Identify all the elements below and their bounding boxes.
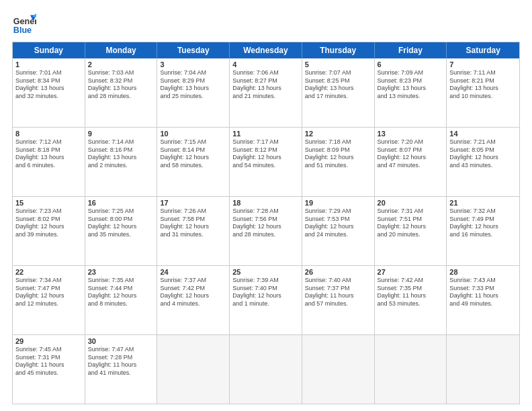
- day-19: 19Sunrise: 7:29 AM Sunset: 7:53 PM Dayli…: [302, 197, 375, 265]
- day-info: Sunrise: 7:25 AM Sunset: 8:00 PM Dayligh…: [88, 208, 154, 239]
- day-number: 4: [232, 60, 299, 68]
- day-23: 23Sunrise: 7:35 AM Sunset: 7:44 PM Dayli…: [85, 266, 158, 334]
- day-info: Sunrise: 7:37 AM Sunset: 7:42 PM Dayligh…: [160, 277, 226, 308]
- day-info: Sunrise: 7:01 AM Sunset: 8:34 PM Dayligh…: [15, 69, 82, 101]
- calendar-row-2: 8Sunrise: 7:12 AM Sunset: 8:18 PM Daylig…: [13, 127, 519, 196]
- day-3: 3Sunrise: 7:04 AM Sunset: 8:29 PM Daylig…: [157, 58, 230, 127]
- day-info: Sunrise: 7:40 AM Sunset: 7:37 PM Dayligh…: [305, 277, 371, 308]
- day-info: Sunrise: 7:12 AM Sunset: 8:18 PM Dayligh…: [15, 138, 82, 170]
- day-number: 16: [88, 199, 154, 207]
- day-info: Sunrise: 7:17 AM Sunset: 8:12 PM Dayligh…: [232, 138, 299, 170]
- day-5: 5Sunrise: 7:07 AM Sunset: 8:25 PM Daylig…: [302, 58, 375, 127]
- day-info: Sunrise: 7:09 AM Sunset: 8:23 PM Dayligh…: [378, 69, 444, 101]
- day-2: 2Sunrise: 7:03 AM Sunset: 8:32 PM Daylig…: [85, 58, 158, 127]
- header: General Blue: [12, 12, 520, 36]
- day-info: Sunrise: 7:43 AM Sunset: 7:33 PM Dayligh…: [449, 277, 517, 308]
- day-6: 6Sunrise: 7:09 AM Sunset: 8:23 PM Daylig…: [375, 58, 447, 127]
- day-8: 8Sunrise: 7:12 AM Sunset: 8:18 PM Daylig…: [13, 128, 85, 196]
- calendar-row-1: 1Sunrise: 7:01 AM Sunset: 8:34 PM Daylig…: [13, 58, 519, 127]
- header-day-wednesday: Wednesday: [230, 42, 302, 58]
- day-number: 1: [15, 60, 82, 68]
- calendar-row-3: 15Sunrise: 7:23 AM Sunset: 8:02 PM Dayli…: [13, 196, 519, 265]
- day-13: 13Sunrise: 7:20 AM Sunset: 8:07 PM Dayli…: [375, 128, 447, 196]
- day-29: 29Sunrise: 7:45 AM Sunset: 7:31 PM Dayli…: [13, 335, 85, 404]
- day-number: 25: [232, 268, 299, 276]
- day-info: Sunrise: 7:11 AM Sunset: 8:21 PM Dayligh…: [449, 69, 517, 101]
- day-info: Sunrise: 7:42 AM Sunset: 7:35 PM Dayligh…: [378, 277, 444, 308]
- day-24: 24Sunrise: 7:37 AM Sunset: 7:42 PM Dayli…: [157, 266, 230, 334]
- calendar-row-4: 22Sunrise: 7:34 AM Sunset: 7:47 PM Dayli…: [13, 265, 519, 334]
- header-day-sunday: Sunday: [13, 42, 85, 58]
- day-21: 21Sunrise: 7:32 AM Sunset: 7:49 PM Dayli…: [447, 197, 519, 265]
- day-26: 26Sunrise: 7:40 AM Sunset: 7:37 PM Dayli…: [302, 266, 375, 334]
- day-20: 20Sunrise: 7:31 AM Sunset: 7:51 PM Dayli…: [375, 197, 447, 265]
- day-info: Sunrise: 7:32 AM Sunset: 7:49 PM Dayligh…: [449, 208, 517, 239]
- day-number: 24: [160, 268, 226, 276]
- day-number: 2: [88, 60, 154, 68]
- header-day-tuesday: Tuesday: [157, 42, 230, 58]
- header-day-friday: Friday: [375, 42, 447, 58]
- day-number: 7: [449, 60, 517, 68]
- day-number: 6: [378, 60, 444, 68]
- day-number: 27: [378, 268, 444, 276]
- day-17: 17Sunrise: 7:26 AM Sunset: 7:58 PM Dayli…: [157, 197, 230, 265]
- day-number: 20: [378, 199, 444, 207]
- day-info: Sunrise: 7:14 AM Sunset: 8:16 PM Dayligh…: [88, 138, 154, 170]
- day-info: Sunrise: 7:03 AM Sunset: 8:32 PM Dayligh…: [88, 69, 154, 101]
- day-number: 3: [160, 60, 226, 68]
- day-number: 28: [449, 268, 517, 276]
- header-day-saturday: Saturday: [447, 42, 519, 58]
- day-info: Sunrise: 7:26 AM Sunset: 7:58 PM Dayligh…: [160, 208, 226, 239]
- day-number: 26: [305, 268, 371, 276]
- day-info: Sunrise: 7:28 AM Sunset: 7:56 PM Dayligh…: [232, 208, 299, 239]
- empty-cell: [302, 335, 375, 404]
- day-number: 22: [15, 268, 82, 276]
- day-number: 17: [160, 199, 226, 207]
- day-info: Sunrise: 7:45 AM Sunset: 7:31 PM Dayligh…: [15, 346, 82, 377]
- empty-cell: [157, 335, 230, 404]
- day-info: Sunrise: 7:39 AM Sunset: 7:40 PM Dayligh…: [232, 277, 299, 308]
- day-info: Sunrise: 7:35 AM Sunset: 7:44 PM Dayligh…: [88, 277, 154, 308]
- day-1: 1Sunrise: 7:01 AM Sunset: 8:34 PM Daylig…: [13, 58, 85, 127]
- day-info: Sunrise: 7:18 AM Sunset: 8:09 PM Dayligh…: [305, 138, 371, 170]
- day-25: 25Sunrise: 7:39 AM Sunset: 7:40 PM Dayli…: [230, 266, 302, 334]
- day-number: 30: [88, 337, 154, 345]
- day-number: 11: [232, 130, 299, 138]
- svg-text:Blue: Blue: [13, 26, 32, 35]
- day-number: 23: [88, 268, 154, 276]
- day-4: 4Sunrise: 7:06 AM Sunset: 8:27 PM Daylig…: [230, 58, 302, 127]
- day-number: 15: [15, 199, 82, 207]
- day-number: 9: [88, 130, 154, 138]
- logo-icon: General Blue: [12, 12, 36, 36]
- day-15: 15Sunrise: 7:23 AM Sunset: 8:02 PM Dayli…: [13, 197, 85, 265]
- empty-cell: [230, 335, 302, 404]
- day-number: 19: [305, 199, 371, 207]
- day-number: 5: [305, 60, 371, 68]
- day-number: 29: [15, 337, 82, 345]
- day-number: 13: [378, 130, 444, 138]
- day-info: Sunrise: 7:29 AM Sunset: 7:53 PM Dayligh…: [305, 208, 371, 239]
- day-10: 10Sunrise: 7:15 AM Sunset: 8:14 PM Dayli…: [157, 128, 230, 196]
- calendar-body: 1Sunrise: 7:01 AM Sunset: 8:34 PM Daylig…: [13, 58, 519, 404]
- day-info: Sunrise: 7:23 AM Sunset: 8:02 PM Dayligh…: [15, 208, 82, 239]
- calendar: SundayMondayTuesdayWednesdayThursdayFrid…: [12, 42, 520, 404]
- day-7: 7Sunrise: 7:11 AM Sunset: 8:21 PM Daylig…: [447, 58, 519, 127]
- day-info: Sunrise: 7:47 AM Sunset: 7:28 PM Dayligh…: [88, 346, 154, 377]
- day-14: 14Sunrise: 7:21 AM Sunset: 8:05 PM Dayli…: [447, 128, 519, 196]
- day-info: Sunrise: 7:15 AM Sunset: 8:14 PM Dayligh…: [160, 138, 226, 170]
- day-number: 12: [305, 130, 371, 138]
- day-info: Sunrise: 7:31 AM Sunset: 7:51 PM Dayligh…: [378, 208, 444, 239]
- day-number: 14: [449, 130, 517, 138]
- empty-cell: [447, 335, 519, 404]
- day-info: Sunrise: 7:21 AM Sunset: 8:05 PM Dayligh…: [449, 138, 517, 170]
- day-28: 28Sunrise: 7:43 AM Sunset: 7:33 PM Dayli…: [447, 266, 519, 334]
- day-12: 12Sunrise: 7:18 AM Sunset: 8:09 PM Dayli…: [302, 128, 375, 196]
- day-info: Sunrise: 7:20 AM Sunset: 8:07 PM Dayligh…: [378, 138, 444, 170]
- day-info: Sunrise: 7:07 AM Sunset: 8:25 PM Dayligh…: [305, 69, 371, 101]
- day-info: Sunrise: 7:06 AM Sunset: 8:27 PM Dayligh…: [232, 69, 299, 101]
- day-27: 27Sunrise: 7:42 AM Sunset: 7:35 PM Dayli…: [375, 266, 447, 334]
- day-number: 8: [15, 130, 82, 138]
- header-day-monday: Monday: [85, 42, 158, 58]
- day-22: 22Sunrise: 7:34 AM Sunset: 7:47 PM Dayli…: [13, 266, 85, 334]
- day-info: Sunrise: 7:04 AM Sunset: 8:29 PM Dayligh…: [160, 69, 226, 101]
